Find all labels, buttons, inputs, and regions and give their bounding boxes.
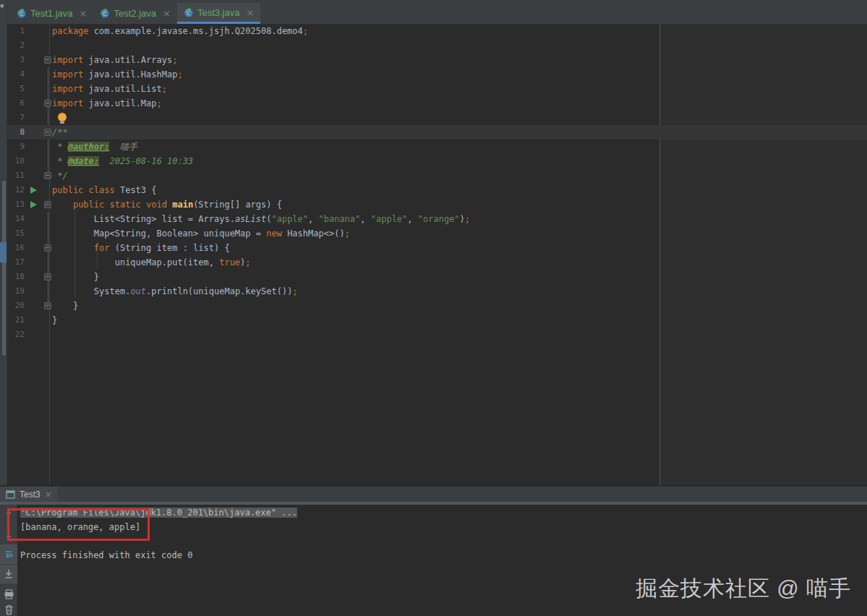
trash-icon bbox=[4, 604, 14, 615]
scroll-to-end-icon bbox=[4, 569, 14, 579]
code-text: System.out.println(uniqueMap.keySet()); bbox=[52, 284, 298, 299]
fold-collapse-icon[interactable]: − bbox=[44, 56, 51, 64]
run-icon[interactable] bbox=[30, 187, 37, 194]
rerun-icon bbox=[4, 549, 14, 560]
line-number[interactable]: 12 bbox=[9, 183, 25, 197]
console-tab-test3[interactable]: Test3 × bbox=[0, 487, 58, 502]
line-number[interactable]: 7 bbox=[9, 111, 25, 125]
line-number[interactable]: 5 bbox=[9, 82, 25, 96]
code-line-21[interactable]: 21} bbox=[7, 313, 867, 328]
code-text: } bbox=[52, 299, 78, 313]
code-line-4[interactable]: 4import java.util.HashMap; bbox=[7, 67, 867, 82]
tab-label: Test2.java bbox=[114, 8, 156, 19]
code-editor[interactable]: 1package com.example.javase.ms.jsjh.Q202… bbox=[7, 24, 867, 485]
code-text: } bbox=[52, 313, 57, 328]
code-text: */ bbox=[52, 168, 68, 183]
java-class-icon: C bbox=[16, 8, 27, 19]
java-class-icon: C bbox=[183, 7, 194, 18]
code-line-10[interactable]: 10 * @date: 2025-08-16 10:33 bbox=[7, 154, 867, 168]
code-line-20[interactable]: 20− } bbox=[7, 299, 867, 313]
code-line-2[interactable]: 2 bbox=[7, 38, 867, 53]
code-text: import java.util.Arrays; bbox=[52, 53, 177, 67]
printer-icon bbox=[4, 589, 14, 599]
line-number[interactable]: 15 bbox=[9, 226, 25, 241]
line-number[interactable]: 11 bbox=[9, 168, 25, 183]
intention-lightbulb-icon[interactable] bbox=[58, 113, 67, 121]
fold-end-icon[interactable]: − bbox=[44, 100, 51, 107]
code-text: import java.util.Map; bbox=[52, 96, 162, 111]
line-number[interactable]: 22 bbox=[9, 328, 25, 342]
code-line-17[interactable]: 17 uniqueMap.put(item, true); bbox=[7, 255, 867, 270]
fold-collapse-icon[interactable]: − bbox=[44, 129, 51, 136]
editor-tab-bar: CTest1.java×CTest2.java×CTest3.java× bbox=[7, 0, 867, 24]
code-line-5[interactable]: 5import java.util.List; bbox=[7, 82, 867, 96]
code-line-9[interactable]: 9 * @author: 喵手 bbox=[7, 140, 867, 154]
close-icon[interactable]: × bbox=[163, 8, 171, 19]
code-line-18[interactable]: 18− } bbox=[7, 270, 867, 284]
code-text: for (String item : list) { bbox=[52, 241, 230, 255]
code-line-11[interactable]: 11− */ bbox=[7, 168, 867, 183]
stripe-scrollbar[interactable] bbox=[2, 181, 6, 356]
code-line-15[interactable]: 15 Map<String, Boolean> uniqueMap = new … bbox=[7, 226, 867, 241]
code-line-12[interactable]: 12public class Test3 { bbox=[7, 183, 867, 197]
code-line-16[interactable]: 16− for (String item : list) { bbox=[7, 241, 867, 255]
scroll-to-end-button[interactable] bbox=[0, 565, 17, 583]
close-icon[interactable]: × bbox=[246, 7, 254, 18]
code-text: import java.util.HashMap; bbox=[52, 67, 183, 82]
console-line: Process finished with exit code 0 bbox=[20, 549, 192, 562]
line-number[interactable]: 21 bbox=[9, 313, 25, 328]
code-text: import java.util.List; bbox=[52, 82, 167, 96]
line-number[interactable]: 2 bbox=[9, 38, 25, 53]
fold-end-icon[interactable]: − bbox=[44, 172, 51, 179]
code-line-22[interactable]: 22 bbox=[7, 328, 867, 342]
code-line-1[interactable]: 1package com.example.javase.ms.jsjh.Q202… bbox=[7, 24, 867, 38]
fold-collapse-icon[interactable]: − bbox=[44, 244, 51, 252]
java-class-icon: C bbox=[99, 8, 110, 19]
close-icon[interactable]: × bbox=[45, 489, 52, 500]
code-text: public static void main(String[] args) { bbox=[52, 197, 282, 212]
line-number[interactable]: 1 bbox=[9, 24, 25, 38]
console-tab-label: Test3 bbox=[20, 489, 40, 500]
stripe-scrollbar-thumb[interactable] bbox=[0, 242, 7, 262]
code-line-14[interactable]: 14 List<String> list = Arrays.asList("ap… bbox=[7, 212, 867, 226]
run-tool-window-header: Test3 × bbox=[0, 487, 867, 502]
code-text: * @date: 2025-08-16 10:33 bbox=[52, 154, 193, 168]
line-number[interactable]: 10 bbox=[9, 154, 25, 168]
line-number[interactable]: 8 bbox=[9, 125, 25, 140]
rerun-button[interactable] bbox=[0, 544, 17, 564]
line-number[interactable]: 6 bbox=[9, 96, 25, 111]
code-text: uniqueMap.put(item, true); bbox=[52, 255, 251, 270]
editor-tab-test3-java[interactable]: CTest3.java× bbox=[177, 3, 260, 24]
line-number[interactable]: 18 bbox=[9, 270, 25, 284]
fold-end-icon[interactable]: − bbox=[44, 273, 51, 281]
code-text: public class Test3 { bbox=[52, 183, 157, 197]
close-icon[interactable]: × bbox=[80, 8, 87, 19]
line-number[interactable]: 14 bbox=[9, 212, 25, 226]
code-line-6[interactable]: 6−import java.util.Map; bbox=[7, 96, 867, 111]
line-number[interactable]: 3 bbox=[9, 53, 25, 67]
code-text: Map<String, Boolean> uniqueMap = new Has… bbox=[52, 226, 350, 241]
tab-label: Test1.java bbox=[30, 8, 73, 19]
line-number[interactable]: 19 bbox=[9, 284, 25, 299]
run-icon[interactable] bbox=[30, 201, 37, 208]
printer-button[interactable] bbox=[0, 586, 17, 603]
editor-tab-test2-java[interactable]: CTest2.java× bbox=[93, 3, 176, 24]
line-number[interactable]: 16 bbox=[9, 241, 25, 255]
code-line-13[interactable]: 13− public static void main(String[] arg… bbox=[7, 197, 867, 212]
watermark-text: 掘金技术社区 @ 喵手 bbox=[636, 574, 851, 604]
line-number[interactable]: 17 bbox=[9, 255, 25, 270]
fold-collapse-icon[interactable]: − bbox=[44, 201, 51, 208]
editor-tab-test1-java[interactable]: CTest1.java× bbox=[10, 3, 93, 24]
code-line-3[interactable]: 3−import java.util.Arrays; bbox=[7, 53, 867, 67]
code-line-19[interactable]: 19 System.out.println(uniqueMap.keySet()… bbox=[7, 284, 867, 299]
line-number[interactable]: 13 bbox=[9, 197, 25, 212]
trash-button[interactable] bbox=[0, 603, 17, 616]
code-text: /** bbox=[52, 125, 68, 140]
line-number[interactable]: 20 bbox=[9, 299, 25, 313]
line-number[interactable]: 9 bbox=[9, 140, 25, 154]
code-text: } bbox=[52, 270, 99, 284]
code-line-8[interactable]: 8−/** bbox=[7, 125, 867, 140]
fold-end-icon[interactable]: − bbox=[44, 302, 51, 309]
code-line-7[interactable]: 7 bbox=[7, 111, 867, 125]
line-number[interactable]: 4 bbox=[9, 67, 25, 82]
